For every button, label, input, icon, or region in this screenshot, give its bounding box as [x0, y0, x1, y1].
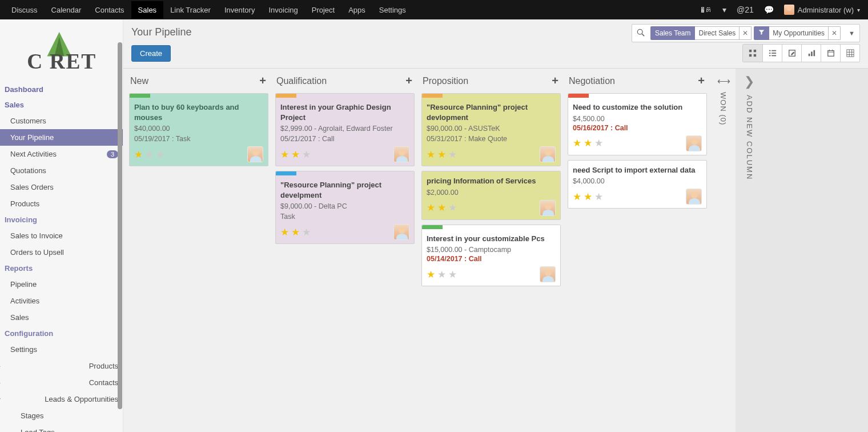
column-add-icon[interactable]: + — [405, 74, 412, 87]
star-icon[interactable]: ★ — [427, 149, 436, 161]
priority-stars[interactable]: ★★★ — [427, 269, 457, 281]
nav-settings[interactable]: Settings — [372, 1, 413, 19]
sidebar-item-settings[interactable]: Settings — [0, 341, 123, 358]
star-icon[interactable]: ★ — [302, 149, 311, 161]
star-icon[interactable]: ★ — [145, 149, 154, 161]
nav-project[interactable]: Project — [305, 1, 341, 19]
view-graph-button[interactable] — [801, 45, 821, 62]
priority-stars[interactable]: ★★★ — [573, 137, 604, 149]
star-icon[interactable]: ★ — [437, 202, 447, 214]
star-icon[interactable]: ★ — [573, 137, 582, 149]
star-icon[interactable]: ★ — [134, 149, 143, 161]
nav-invoicing[interactable]: Invoicing — [262, 1, 304, 19]
star-icon[interactable]: ★ — [448, 202, 457, 214]
search-box[interactable]: Sales Team Direct Sales ✕ My Opportuniti… — [632, 24, 860, 42]
sidebar-section-reports[interactable]: Reports — [0, 261, 123, 276]
sidebar-item-sales-orders[interactable]: Sales Orders — [0, 179, 123, 195]
priority-stars[interactable]: ★★★ — [427, 149, 457, 161]
sidebar-item-lead-tags[interactable]: Lead Tags — [0, 424, 123, 432]
create-button[interactable]: Create — [131, 45, 171, 62]
assignee-avatar[interactable] — [393, 224, 409, 240]
sidebar-item-customers[interactable]: Customers — [0, 113, 123, 129]
star-icon[interactable]: ★ — [427, 202, 436, 214]
scrollbar[interactable] — [118, 42, 122, 409]
nav-calendar[interactable]: Calendar — [45, 1, 89, 19]
star-icon[interactable]: ★ — [156, 149, 165, 161]
nav-sales[interactable]: Sales — [131, 1, 164, 19]
kanban-card[interactable]: "Resource Planning" project develpment$9… — [275, 171, 415, 244]
priority-stars[interactable]: ★★★ — [280, 149, 311, 161]
sidebar-item-quotations[interactable]: Quotations — [0, 162, 123, 179]
assignee-avatar[interactable] — [686, 135, 702, 151]
sidebar-item-next-activities[interactable]: Next Activities 3 — [0, 146, 123, 162]
sidebar-item-stages[interactable]: Stages — [0, 407, 123, 424]
view-calendar-button[interactable] — [821, 45, 840, 62]
nav-contacts[interactable]: Contacts — [88, 1, 131, 19]
folded-column-won[interactable]: ⟷WON (0) — [710, 69, 736, 432]
sidebar-section-sales[interactable]: Sales — [0, 97, 123, 113]
filter-remove-icon[interactable]: ✕ — [829, 26, 841, 40]
at-icon[interactable]: @21 — [733, 5, 757, 14]
kanban-card[interactable]: Interest in your Graphic Design Project$… — [275, 93, 415, 166]
sidebar-item-products-config[interactable]: ▸Products — [0, 358, 123, 374]
kanban-card[interactable]: "Resource Planning" project devlopment$9… — [421, 93, 561, 166]
star-icon[interactable]: ★ — [437, 269, 447, 281]
filter-remove-icon[interactable]: ✕ — [740, 26, 752, 40]
star-icon[interactable]: ★ — [280, 226, 290, 238]
star-icon[interactable]: ★ — [448, 269, 457, 281]
sidebar-item-sales-to-invoice[interactable]: Sales to Invoice — [0, 227, 123, 244]
sidebar-item-orders-to-upsell[interactable]: Orders to Upsell — [0, 244, 123, 261]
nav-apps[interactable]: Apps — [341, 1, 372, 19]
debug-icon[interactable]: �គ — [697, 5, 716, 14]
sidebar-item-products[interactable]: Products — [0, 195, 123, 212]
nav-link-tracker[interactable]: Link Tracker — [163, 1, 218, 19]
nav-inventory[interactable]: Inventory — [218, 1, 262, 19]
star-icon[interactable]: ★ — [302, 226, 311, 238]
sidebar-item-sales-report[interactable]: Sales — [0, 309, 123, 326]
sidebar-item-your-pipeline[interactable]: Your Pipeline — [0, 129, 123, 146]
star-icon[interactable]: ★ — [280, 149, 290, 161]
sidebar-item-leads-opps[interactable]: ▾Leads & Opportunities — [0, 391, 123, 407]
kanban-card[interactable]: Interest in your customizable Pcs$15,000… — [421, 225, 561, 287]
priority-stars[interactable]: ★★★ — [573, 191, 604, 203]
sidebar-item-pipeline[interactable]: Pipeline — [0, 276, 123, 293]
sidebar-section-dashboard[interactable]: Dashboard — [0, 82, 123, 97]
kanban-card[interactable]: Plan to buy 60 keyboards and mouses$40,0… — [129, 93, 268, 166]
assignee-avatar[interactable] — [393, 146, 409, 162]
kanban-card[interactable]: need Script to import external data$4,00… — [568, 160, 707, 209]
priority-stars[interactable]: ★★★ — [427, 202, 457, 214]
star-icon[interactable]: ★ — [448, 149, 457, 161]
priority-stars[interactable]: ★★★ — [280, 226, 311, 238]
star-icon[interactable]: ★ — [291, 226, 300, 238]
star-icon[interactable]: ★ — [594, 191, 604, 203]
star-icon[interactable]: ★ — [594, 137, 604, 149]
nav-discuss[interactable]: Discuss — [5, 1, 45, 19]
kanban-card[interactable]: pricing Information of Services$2,000.00… — [421, 171, 561, 220]
star-icon[interactable]: ★ — [437, 149, 447, 161]
user-menu[interactable]: Administrator (w) ▾ — [781, 5, 863, 15]
assignee-avatar[interactable] — [686, 189, 702, 205]
star-icon[interactable]: ★ — [584, 137, 593, 149]
star-icon[interactable]: ★ — [584, 191, 593, 203]
column-add-icon[interactable]: + — [259, 74, 266, 87]
chat-icon[interactable]: 💬 — [761, 5, 777, 14]
kanban-card[interactable]: Need to customize the solution$4,500.000… — [568, 93, 707, 155]
star-icon[interactable]: ★ — [573, 191, 582, 203]
assignee-avatar[interactable] — [540, 266, 556, 282]
sidebar-item-activities[interactable]: Activities — [0, 293, 123, 309]
sidebar-section-configuration[interactable]: Configuration — [0, 326, 123, 341]
assignee-avatar[interactable] — [247, 146, 263, 162]
star-icon[interactable]: ★ — [427, 269, 436, 281]
view-kanban-button[interactable] — [743, 45, 762, 62]
column-add-icon[interactable]: + — [698, 74, 705, 87]
view-list-button[interactable] — [762, 45, 782, 62]
sidebar-item-contacts-config[interactable]: ▸Contacts — [0, 374, 123, 391]
caret-down-icon[interactable]: ▾ — [719, 5, 730, 14]
assignee-avatar[interactable] — [540, 146, 556, 162]
view-form-button[interactable] — [782, 45, 801, 62]
add-column-button[interactable]: ❯ADD NEW COLUMN — [736, 69, 763, 432]
star-icon[interactable]: ★ — [291, 149, 300, 161]
assignee-avatar[interactable] — [540, 200, 556, 216]
priority-stars[interactable]: ★★★ — [134, 149, 165, 161]
sidebar-section-invoicing[interactable]: Invoicing — [0, 212, 123, 227]
